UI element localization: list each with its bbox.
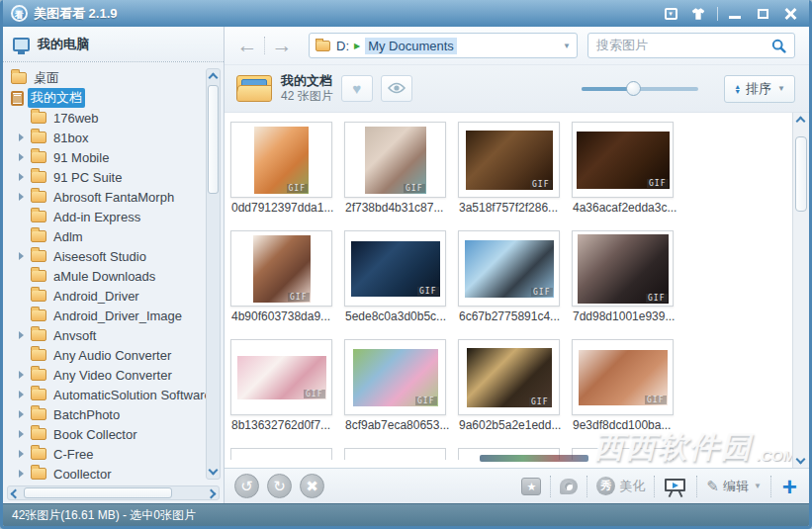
search-icon[interactable] (771, 39, 786, 53)
beautify-button[interactable]: 秀 美化 (596, 477, 645, 495)
image-thumbnail[interactable]: GIF (344, 122, 446, 198)
scroll-right-icon[interactable] (207, 489, 217, 499)
edit-button[interactable]: ✎ 编辑 ▼ (706, 478, 762, 495)
tree-item[interactable]: 桌面 (11, 68, 224, 88)
expand-arrow-icon[interactable] (19, 391, 31, 398)
tree-item[interactable]: Adlm (11, 226, 224, 246)
image-thumbnail[interactable]: GIF (572, 339, 674, 415)
image-thumbnail[interactable]: GIF (230, 122, 332, 198)
scrollbar-thumb[interactable] (208, 85, 219, 194)
tree-item[interactable]: BatchPhoto (11, 404, 224, 424)
tree-item[interactable]: Aiseesoft Studio (11, 246, 224, 266)
image-thumbnail[interactable] (230, 448, 332, 460)
thumbnail-image: GIF (578, 234, 669, 304)
scroll-down-icon[interactable] (209, 466, 219, 476)
minimize-button[interactable] (724, 5, 746, 23)
address-dropdown-icon[interactable]: ▼ (563, 42, 571, 50)
preview-button[interactable] (381, 75, 412, 102)
favorite-button[interactable]: ♥ (341, 75, 373, 102)
address-bar[interactable]: D: ▶ My Documents ▼ (309, 33, 578, 58)
image-thumbnail[interactable]: GIF (572, 122, 674, 198)
title-bar: 看 美图看看 2.1.9 ▾ (3, 0, 809, 27)
folder-icon (31, 171, 46, 183)
tree-item[interactable]: Android_Driver (11, 286, 224, 306)
image-thumbnail[interactable]: GIF (344, 339, 446, 415)
tree-item[interactable]: Any Audio Converter (11, 345, 224, 365)
tree-item[interactable]: Coollector (11, 464, 224, 484)
add-button[interactable]: + (782, 476, 797, 497)
tree-item[interactable]: Book Collector (11, 424, 224, 444)
image-thumbnail[interactable]: GIF (458, 230, 560, 307)
scrollbar-thumb[interactable] (795, 136, 807, 212)
scroll-down-icon[interactable] (796, 455, 806, 465)
back-button[interactable]: ← (234, 34, 260, 57)
delete-button[interactable]: ✖ (300, 474, 324, 498)
image-thumbnail[interactable] (458, 448, 560, 460)
tree-item[interactable]: C-Free (11, 444, 224, 464)
tree-item[interactable]: 91 PC Suite (11, 167, 224, 187)
image-thumbnail[interactable]: GIF (572, 230, 674, 307)
sidebar-vertical-scrollbar[interactable] (206, 68, 221, 480)
action-toolbar-right: ★ 秀 美化 ✎ (521, 476, 797, 497)
separator (550, 476, 551, 497)
expand-arrow-icon[interactable] (19, 153, 31, 161)
rotate-right-button[interactable]: ↻ (267, 474, 292, 498)
expand-arrow-icon[interactable] (19, 252, 31, 260)
expand-arrow-icon[interactable] (19, 193, 31, 201)
image-thumbnail[interactable]: GIF (230, 339, 332, 415)
image-thumbnail[interactable]: GIF (344, 230, 446, 307)
search-input[interactable]: 搜索图片 (587, 33, 795, 58)
folder-icon (31, 408, 46, 420)
grid-cell: GIF5ede8c0a3d0b5c... (344, 230, 458, 338)
rotate-left-button[interactable]: ↺ (234, 474, 259, 498)
thumbnail-size-slider[interactable] (582, 87, 698, 91)
scroll-left-icon[interactable] (11, 489, 21, 499)
close-icon (784, 8, 796, 20)
sort-button[interactable]: ▲▼ 排序 ▼ (724, 75, 795, 103)
tree-item[interactable]: Anvsoft (11, 325, 224, 345)
image-thumbnail[interactable] (572, 448, 674, 460)
expand-arrow-icon[interactable] (19, 410, 31, 418)
expand-arrow-icon[interactable] (19, 450, 31, 458)
scroll-up-icon[interactable] (796, 117, 806, 127)
expand-arrow-icon[interactable] (19, 331, 31, 339)
expand-arrow-icon[interactable] (19, 371, 31, 379)
tree-item[interactable]: 81box (11, 128, 224, 147)
address-path[interactable]: My Documents (365, 38, 457, 54)
image-thumbnail[interactable]: GIF (230, 230, 332, 307)
feedback-menu-button[interactable]: ▾ (660, 5, 681, 23)
tree-item[interactable]: Android_Driver_Image (11, 306, 224, 325)
doc-icon (11, 91, 24, 106)
image-thumbnail[interactable]: GIF (458, 122, 560, 198)
slideshow-button[interactable] (664, 477, 687, 496)
sidebar-horizontal-scrollbar[interactable] (7, 485, 220, 500)
scroll-up-icon[interactable] (209, 73, 219, 83)
tree-item[interactable]: aMule Downloads (11, 266, 224, 286)
scrollbar-thumb[interactable] (24, 487, 172, 498)
tree-item[interactable]: 我的文档 (11, 88, 224, 108)
expand-arrow-icon[interactable] (19, 133, 31, 141)
weibo-icon[interactable] (560, 479, 578, 494)
tree-item[interactable]: Any Video Converter (11, 365, 224, 385)
expand-arrow-icon[interactable] (19, 173, 31, 181)
gif-badge: GIF (531, 288, 552, 297)
tree-item[interactable]: 91 Mobile (11, 147, 224, 167)
content-scrollbar[interactable] (792, 113, 809, 468)
tree-item[interactable]: Add-in Express (11, 207, 224, 226)
tree-item[interactable]: 176web (11, 108, 224, 128)
forward-button[interactable]: → (269, 34, 295, 57)
expand-arrow-icon[interactable] (19, 430, 31, 438)
image-thumbnail[interactable]: GIF (458, 339, 560, 415)
expand-arrow-icon[interactable] (19, 470, 31, 478)
close-button[interactable] (779, 5, 801, 23)
thumbnail-image: GIF (253, 235, 311, 303)
address-drive[interactable]: D: (336, 39, 349, 53)
image-thumbnail[interactable] (344, 448, 446, 460)
folder-icon (31, 132, 46, 143)
slider-thumb[interactable] (626, 81, 641, 96)
skin-button[interactable] (687, 5, 709, 23)
tree-item[interactable]: AutomaticSolution Software (11, 385, 224, 404)
share-icon[interactable]: ★ (521, 478, 541, 495)
maximize-button[interactable] (752, 5, 773, 23)
tree-item[interactable]: Abrosoft FantaMorph (11, 187, 224, 207)
